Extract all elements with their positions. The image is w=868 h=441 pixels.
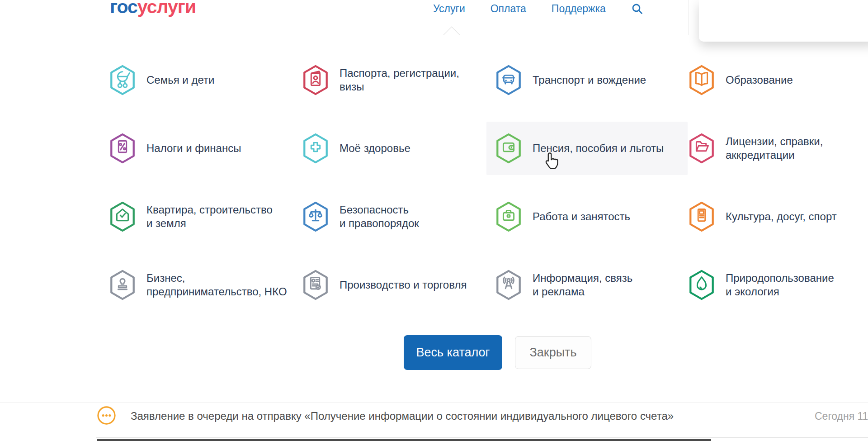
main-nav: Услуги Оплата Поддержка xyxy=(433,0,643,17)
open-book-icon xyxy=(688,64,716,96)
search-icon[interactable] xyxy=(631,3,643,15)
nav-item-support[interactable]: Поддержка xyxy=(552,3,606,15)
close-button-label: Закрыть xyxy=(530,346,577,360)
document-check-icon xyxy=(302,269,330,301)
nav-item-services[interactable]: Услуги xyxy=(433,3,465,15)
notification-time: Сегодня 11:02 xyxy=(815,410,868,422)
notification-bar-border xyxy=(0,403,868,403)
baby-carriage-icon xyxy=(108,64,137,96)
category-label: Моё здоровье xyxy=(340,142,410,155)
category-label: Информация, связь и реклама xyxy=(533,271,632,299)
category-item-production[interactable]: Производство и торговля xyxy=(293,258,495,312)
category-item-culture[interactable]: Культура, досуг, спорт xyxy=(679,190,868,243)
fold-bar xyxy=(97,439,711,441)
briefcase-icon xyxy=(495,201,523,232)
full-catalog-button[interactable]: Весь каталог xyxy=(404,335,502,370)
medical-cross-icon xyxy=(302,133,330,164)
category-label: Культура, досуг, спорт xyxy=(726,210,837,223)
header-logo[interactable]: госуслуги xyxy=(110,0,196,18)
notification-bar-bottom-border xyxy=(96,437,868,438)
scales-icon xyxy=(302,201,330,232)
notifications-popup xyxy=(699,0,868,42)
header-divider xyxy=(688,0,689,35)
category-label: Работа и занятость xyxy=(533,210,630,223)
logo-part-uslugi: услуги xyxy=(137,0,196,17)
passport-icon xyxy=(302,64,330,96)
category-label: Лицензии, справки, аккредитации xyxy=(726,135,823,162)
category-label: Семья и дети xyxy=(146,73,214,87)
category-label: Бизнес, предпринимательство, НКО xyxy=(146,271,287,299)
close-button[interactable]: Закрыть xyxy=(515,336,591,369)
stamp-icon xyxy=(108,269,137,301)
folder-open-icon xyxy=(688,133,716,164)
droplet-icon xyxy=(688,269,716,301)
category-item-housing[interactable]: Квартира, строительство и земля xyxy=(100,190,302,243)
category-item-security[interactable]: Безопасность и правопорядок xyxy=(293,190,495,243)
logo-part-gos: гос xyxy=(110,0,137,17)
category-item-taxes[interactable]: Налоги и финансы xyxy=(100,122,302,175)
pending-ellipsis-icon[interactable] xyxy=(97,406,116,427)
tax-percent-document-icon xyxy=(108,133,137,164)
category-item-information[interactable]: Информация, связь и реклама xyxy=(486,258,688,312)
mouse-cursor xyxy=(544,152,559,172)
antenna-icon xyxy=(495,269,523,301)
services-catalog: Семья и дети Паспорта, регистрации, визы… xyxy=(108,46,868,319)
car-icon xyxy=(495,64,523,96)
category-item-education[interactable]: Образование xyxy=(679,53,868,107)
category-item-work[interactable]: Работа и занятость xyxy=(486,190,688,243)
category-label: Квартира, строительство и земля xyxy=(146,203,273,230)
nav-item-payment[interactable]: Оплата xyxy=(491,3,526,15)
notification-text[interactable]: Заявление в очереди на отправку «Получен… xyxy=(131,410,674,422)
category-label: Производство и торговля xyxy=(340,278,467,292)
wallet-icon xyxy=(495,133,523,164)
house-check-icon xyxy=(108,201,137,232)
category-item-health[interactable]: Моё здоровье xyxy=(293,122,495,175)
category-item-transport[interactable]: Транспорт и вождение xyxy=(486,53,688,107)
category-item-passports[interactable]: Паспорта, регистрации, визы xyxy=(293,53,495,107)
category-label: Транспорт и вождение xyxy=(533,73,646,87)
category-item-family[interactable]: Семья и дети xyxy=(100,53,302,107)
full-catalog-button-label: Весь каталог xyxy=(416,346,490,360)
category-item-licenses[interactable]: Лицензии, справки, аккредитации xyxy=(679,122,868,175)
category-item-pension[interactable]: Пенсия, пособия и льготы xyxy=(486,122,688,175)
ticket-machine-icon xyxy=(688,201,716,232)
category-label: Паспорта, регистрации, визы xyxy=(340,66,459,94)
category-label: Образование xyxy=(726,73,793,87)
category-label: Природопользование и экология xyxy=(726,271,834,299)
category-label: Безопасность и правопорядок xyxy=(340,203,419,230)
category-label: Налоги и финансы xyxy=(146,142,241,155)
category-item-ecology[interactable]: Природопользование и экология xyxy=(679,258,868,312)
category-item-business[interactable]: Бизнес, предпринимательство, НКО xyxy=(100,258,302,312)
